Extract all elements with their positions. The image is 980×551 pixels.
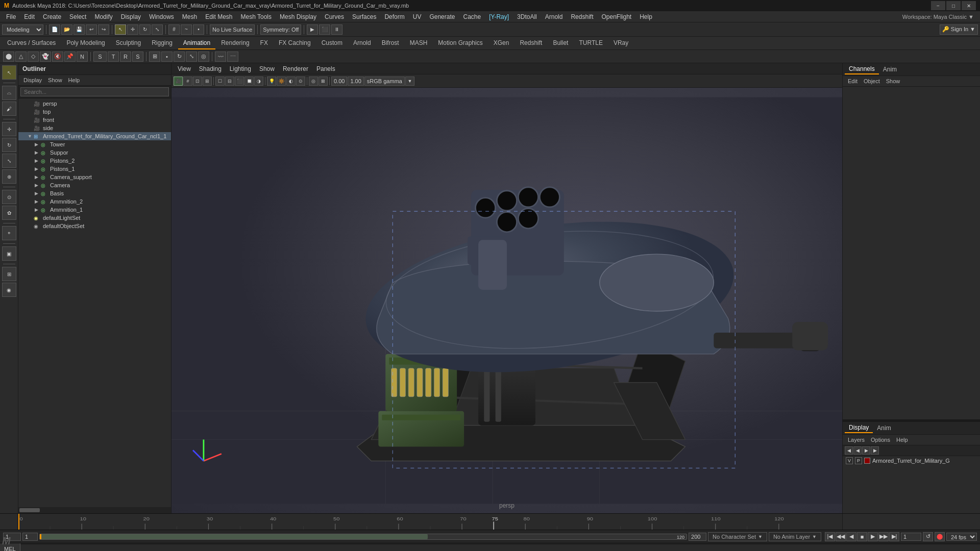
vp-menu-view[interactable]: View xyxy=(174,64,195,73)
menu-uv[interactable]: UV xyxy=(409,12,426,21)
show-manip-btn[interactable]: ⌖ xyxy=(2,226,16,240)
paint-select-btn[interactable]: 🖌 xyxy=(2,102,16,116)
no-anim-layer-indicator[interactable]: No Anim Layer ▼ xyxy=(769,532,821,541)
layers-next2-btn[interactable]: ▶ xyxy=(862,446,870,455)
vp-lighting-btn[interactable]: 💡 xyxy=(267,77,276,86)
close-button[interactable]: ✕ xyxy=(962,1,976,10)
title-bar-controls[interactable]: − □ ✕ xyxy=(931,1,976,10)
tree-expand-arrow[interactable]: ▼ xyxy=(28,134,34,139)
viewport-canvas[interactable]: persp xyxy=(172,88,842,513)
menu-modify[interactable]: Modify xyxy=(90,12,116,21)
tree-arrow[interactable]: ▶ xyxy=(35,207,41,212)
tab-display-layers[interactable]: Display xyxy=(845,423,873,433)
tree-item-side[interactable]: 🎥 side xyxy=(18,124,171,132)
tree-item-ammo-1[interactable]: ▶ ◎ Ammnition_1 xyxy=(18,206,171,214)
tree-arrow[interactable]: ▶ xyxy=(35,174,41,180)
menu-redshift[interactable]: Redshift xyxy=(567,12,597,21)
menu-generate[interactable]: Generate xyxy=(425,12,459,21)
tab-vray[interactable]: VRay xyxy=(608,37,633,49)
tab-arnold[interactable]: Arnold xyxy=(348,37,376,49)
menu-windows[interactable]: Windows xyxy=(145,12,178,21)
anim-key-rotate-btn[interactable]: R xyxy=(120,52,131,62)
tab-poly-modeling[interactable]: Poly Modeling xyxy=(61,37,110,49)
tab-rigging[interactable]: Rigging xyxy=(146,37,178,49)
tab-anim[interactable]: Anim xyxy=(879,65,901,74)
tree-item-basis[interactable]: ▶ ◎ Basis xyxy=(18,189,171,197)
play-fwd-btn[interactable]: ▶ xyxy=(868,532,878,541)
stop-btn[interactable]: ■ xyxy=(857,532,867,541)
minimize-button[interactable]: − xyxy=(931,1,945,10)
outliner-hscroll-thumb[interactable] xyxy=(19,508,40,512)
constrain-parent-btn[interactable]: ⊞ xyxy=(149,52,160,62)
render-btn[interactable]: ▶ xyxy=(307,24,318,35)
menu-mesh-tools[interactable]: Mesh Tools xyxy=(237,12,276,21)
anim-key-translate-btn[interactable]: T xyxy=(108,52,119,62)
move-tool-btn[interactable]: ✛ xyxy=(127,24,138,35)
tab-turtle[interactable]: TURTLE xyxy=(574,37,607,49)
tree-arrow[interactable]: ▶ xyxy=(35,142,41,147)
anim-snap-btn[interactable]: 📌 xyxy=(64,52,76,62)
timeline-playhead[interactable] xyxy=(18,514,19,530)
outliner-menu-show[interactable]: Show xyxy=(45,76,65,84)
tree-item-armored-turret[interactable]: ▼ ⊞ Armored_Turret_for_Military_Ground_C… xyxy=(18,132,171,140)
tree-item-tower[interactable]: ▶ ◎ Tower xyxy=(18,140,171,148)
range-start-field[interactable]: 1 xyxy=(22,533,38,541)
channels-object-menu[interactable]: Object xyxy=(861,77,883,85)
menu-arnold[interactable]: Arnold xyxy=(541,12,567,21)
vp-fit-btn[interactable]: ⊞ xyxy=(203,77,212,86)
vp-frame-btn[interactable]: ⊡ xyxy=(193,77,202,86)
tab-xgen[interactable]: XGen xyxy=(488,37,514,49)
tree-arrow[interactable]: ▶ xyxy=(35,158,41,163)
select-mode-btn[interactable]: ↖ xyxy=(2,65,16,80)
play-back-btn[interactable]: ◀ xyxy=(846,532,856,541)
anim-key-btn[interactable]: ⬤ xyxy=(3,52,14,62)
tree-item-top[interactable]: 🎥 top xyxy=(18,108,171,116)
vp-smooth-btn[interactable]: ⬛ xyxy=(235,77,244,86)
tree-arrow[interactable]: ▶ xyxy=(35,191,41,196)
motion-trail-btn[interactable]: 〰 xyxy=(215,52,226,62)
editable-motion-btn[interactable]: ⋯ xyxy=(227,52,238,62)
vp-menu-panels[interactable]: Panels xyxy=(312,64,339,73)
vp-gamma-value[interactable]: 1.00 xyxy=(348,77,363,86)
menu-display[interactable]: Display xyxy=(117,12,145,21)
anim-mute-btn[interactable]: 🔇 xyxy=(52,52,63,62)
tree-item-object-set[interactable]: ◉ defaultObjectSet xyxy=(18,222,171,230)
vp-menu-renderer[interactable]: Renderer xyxy=(279,64,312,73)
menu-mesh-display[interactable]: Mesh Display xyxy=(276,12,321,21)
tab-redshift[interactable]: Redshift xyxy=(514,37,547,49)
layers-menu-options[interactable]: Options xyxy=(868,436,893,444)
maximize-button[interactable]: □ xyxy=(946,1,961,10)
soft-mod-btn[interactable]: ⊙ xyxy=(2,190,16,204)
channels-edit-menu[interactable]: Edit xyxy=(845,77,861,85)
tab-curves-surfaces[interactable]: Curves / Surfaces xyxy=(2,37,61,49)
menu-yray[interactable]: [Y-Ray] xyxy=(485,12,513,21)
constrain-scale-btn[interactable]: ⤡ xyxy=(186,52,197,62)
layers-menu-help[interactable]: Help xyxy=(893,436,911,444)
tree-arrow[interactable]: ▶ xyxy=(35,150,41,155)
rotate-tool-btn[interactable]: ↻ xyxy=(139,24,151,35)
no-character-indicator[interactable]: No Character Set ▼ xyxy=(708,532,767,541)
menu-edit[interactable]: Edit xyxy=(20,12,39,21)
tree-item-front[interactable]: 🎥 front xyxy=(18,116,171,124)
tab-motion-graphics[interactable]: Motion Graphics xyxy=(433,37,487,49)
loop-btn[interactable]: ↺ xyxy=(923,532,933,541)
undo-btn[interactable]: ↩ xyxy=(86,24,97,35)
vp-exposure-value[interactable]: 0.00 xyxy=(331,77,347,86)
tab-bifrost[interactable]: Bifrost xyxy=(377,37,404,49)
auto-key-btn[interactable]: ⬤ xyxy=(935,532,945,541)
tree-item-camera-support[interactable]: ▶ ◎ Camera_support xyxy=(18,173,171,181)
layer-row-0[interactable]: V P Armored_Turret_for_Military_G xyxy=(843,456,980,465)
outliner-menu-display[interactable]: Display xyxy=(20,76,45,84)
vp-menu-lighting[interactable]: Lighting xyxy=(226,64,255,73)
scale-tool-btn[interactable]: ⤡ xyxy=(152,24,163,35)
tree-item-pistons-2[interactable]: ▶ ◎ Pistons_2 xyxy=(18,157,171,165)
playback-range[interactable]: 120 xyxy=(39,534,687,540)
tree-item-persp[interactable]: 🎥 persp xyxy=(18,99,171,108)
tab-anim-layers[interactable]: Anim xyxy=(873,423,895,433)
anim-norm-btn[interactable]: N xyxy=(77,52,88,62)
timeline-ruler[interactable]: 0 10 20 30 40 50 60 70 75 80 9 xyxy=(18,514,842,530)
quick-sel-btn[interactable]: ◉ xyxy=(2,283,16,297)
tab-sculpting[interactable]: Sculpting xyxy=(111,37,146,49)
menu-mesh[interactable]: Mesh xyxy=(178,12,201,21)
menu-file[interactable]: File xyxy=(2,12,20,21)
